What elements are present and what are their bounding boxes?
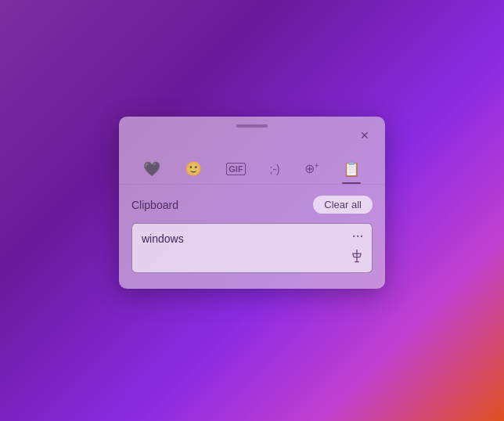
toolbar: 🖤 🙂 GIF ;-) ⊕+ 📋 <box>119 153 385 185</box>
close-button[interactable]: ✕ <box>354 124 376 146</box>
drag-handle <box>236 124 268 128</box>
content-area: Clipboard Clear all windows ··· <box>119 185 385 289</box>
section-header: Clipboard Clear all <box>131 196 373 214</box>
clipboard-icon: 📋 <box>343 160 360 178</box>
emoji-icon: 🖤 <box>143 160 160 178</box>
gif-icon: GIF <box>226 163 245 175</box>
titlebar: ✕ <box>119 117 385 153</box>
clipboard-item-actions: ··· <box>350 230 364 266</box>
toolbar-item-symbols[interactable]: ⊕+ <box>297 157 327 182</box>
clipboard-item[interactable]: windows ··· <box>131 223 373 273</box>
toolbar-item-emoji[interactable]: 🖤 <box>135 156 168 184</box>
kaomoji-icon: ;-) <box>270 163 280 175</box>
clipboard-window: ✕ 🖤 🙂 GIF ;-) ⊕+ 📋 Clipboard Clear all w… <box>119 117 385 289</box>
more-options-button[interactable]: ··· <box>352 230 364 243</box>
toolbar-item-gif[interactable]: GIF <box>218 158 253 182</box>
toolbar-item-smiley[interactable]: 🙂 <box>177 156 210 184</box>
toolbar-item-clipboard[interactable]: 📋 <box>335 156 368 184</box>
smiley-icon: 🙂 <box>185 160 202 178</box>
symbols-icon: ⊕+ <box>304 161 319 176</box>
clipboard-item-text: windows <box>142 232 362 247</box>
clear-all-button[interactable]: Clear all <box>313 196 373 214</box>
pin-button[interactable] <box>350 249 364 266</box>
section-title: Clipboard <box>131 199 178 211</box>
toolbar-item-kaomoji[interactable]: ;-) <box>262 158 288 182</box>
